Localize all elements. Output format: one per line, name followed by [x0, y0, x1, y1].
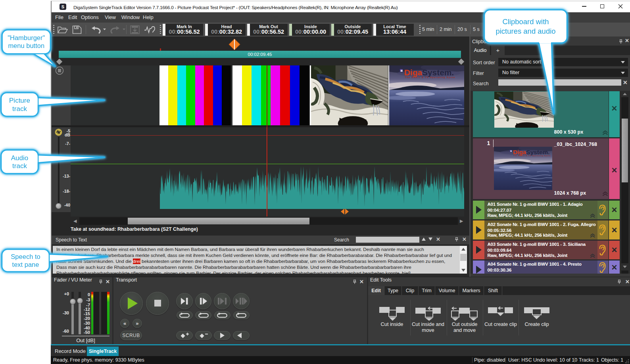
svg-text:Clipboard with: Clipboard with [502, 17, 549, 26]
svg-text:pictures and audio: pictures and audio [496, 27, 555, 35]
svg-text:menu button: menu button [8, 42, 44, 49]
svg-text:Speech to: Speech to [11, 253, 40, 260]
svg-text:track: track [12, 162, 27, 170]
svg-text:track: track [12, 105, 27, 113]
svg-text:DigaSystem.: DigaSystem. [404, 68, 454, 77]
svg-text:The Radio & TV Operating Syste: The Radio & TV Operating Syste [514, 155, 551, 157]
svg-text:Picture: Picture [9, 97, 30, 104]
svg-text:text pane: text pane [12, 261, 39, 268]
svg-text:Audio: Audio [11, 154, 28, 162]
svg-text:The Radio & TV Operating Syste: The Radio & TV Operating Syste [405, 76, 455, 79]
svg-text:"Hamburger": "Hamburger" [8, 34, 45, 41]
